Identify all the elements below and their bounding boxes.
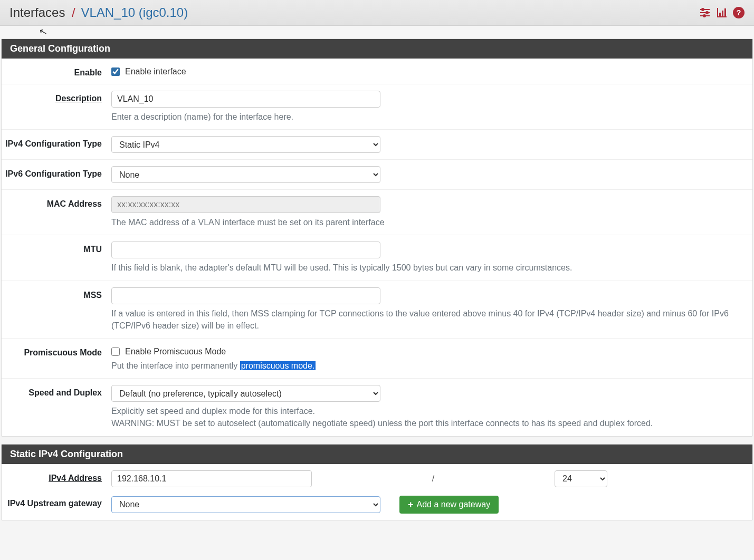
panel-static-ipv4: Static IPv4 Configuration IPv4 Address /… [1, 444, 753, 520]
speed-duplex-help2: WARNING: MUST be set to autoselect (auto… [111, 417, 743, 429]
row-ipv6-config-type: IPv6 Configuration Type None [2, 159, 752, 189]
svg-point-3 [706, 12, 708, 14]
panel-heading-general: General Configuration [2, 39, 752, 59]
row-speed-duplex: Speed and Duplex Default (no preference,… [2, 378, 752, 436]
bar-chart-icon[interactable] [716, 7, 728, 18]
row-ipv4-gateway: IPv4 Upstream gateway None + Add a new g… [2, 494, 752, 520]
description-input[interactable] [111, 91, 380, 108]
breadcrumb-separator: / [72, 5, 75, 20]
add-gateway-button[interactable]: + Add a new gateway [399, 496, 499, 514]
breadcrumb: Interfaces / VLAN_10 (igc0.10) [9, 5, 188, 20]
panel-general-configuration: General Configuration Enable Enable inte… [1, 38, 753, 437]
mouse-cursor-icon: ↖ [37, 25, 48, 38]
ipv4-gateway-select[interactable]: None [111, 496, 380, 513]
row-enable: Enable Enable interface [2, 59, 752, 84]
help-icon[interactable]: ? [733, 7, 745, 18]
label-enable: Enable [2, 65, 111, 78]
promiscuous-help: Put the interface into permanently promi… [111, 360, 743, 372]
mac-address-input [111, 196, 380, 213]
ipv4-mask-separator: / [312, 474, 555, 484]
label-mtu: MTU [2, 242, 111, 254]
svg-point-1 [702, 8, 704, 11]
speed-duplex-help1: Explicitly set speed and duplex mode for… [111, 405, 743, 417]
breadcrumb-leaf[interactable]: VLAN_10 (igc0.10) [81, 5, 188, 20]
row-ipv4-address: IPv4 Address / 24 [2, 464, 752, 494]
promiscuous-checkbox-label: Enable Promiscuous Mode [125, 347, 226, 356]
row-ipv4-config-type: IPv4 Configuration Type Static IPv4 [2, 129, 752, 159]
sliders-icon[interactable] [699, 7, 711, 18]
ipv6-config-type-select[interactable]: None [111, 166, 380, 183]
ipv4-address-input[interactable] [111, 470, 312, 487]
enable-interface-label: Enable interface [125, 67, 186, 76]
page-header: Interfaces / VLAN_10 (igc0.10) ? [0, 0, 754, 26]
breadcrumb-root[interactable]: Interfaces [9, 5, 65, 20]
promiscuous-checkbox[interactable] [111, 347, 120, 356]
row-mac-address: MAC Address The MAC address of a VLAN in… [2, 189, 752, 235]
enable-interface-checkbox-wrap[interactable]: Enable interface [111, 65, 743, 76]
promiscuous-mode-link[interactable]: promiscuous mode. [240, 361, 316, 370]
label-description: Description [55, 94, 102, 103]
svg-rect-10 [724, 8, 726, 16]
label-ipv4-address: IPv4 Address [49, 474, 102, 482]
ipv4-config-type-select[interactable]: Static IPv4 [111, 136, 380, 153]
mss-help: If a value is entered in this field, the… [111, 307, 743, 332]
description-help: Enter a description (name) for the inter… [111, 111, 743, 123]
label-mss: MSS [2, 287, 111, 300]
mtu-help: If this field is blank, the adapter's de… [111, 262, 743, 274]
label-ipv4-gateway: IPv4 Upstream gateway [2, 496, 111, 508]
label-ipv6-config-type: IPv6 Configuration Type [2, 166, 111, 179]
svg-point-5 [703, 15, 705, 17]
mss-input[interactable] [111, 287, 380, 304]
plus-icon: + [408, 500, 414, 509]
enable-interface-checkbox[interactable] [111, 67, 120, 76]
label-ipv4-config-type: IPv4 Configuration Type [2, 136, 111, 149]
ipv4-mask-select[interactable]: 24 [555, 470, 607, 487]
mtu-input[interactable] [111, 242, 380, 258]
label-mac-address: MAC Address [2, 196, 111, 209]
speed-duplex-select[interactable]: Default (no preference, typically autose… [111, 385, 380, 402]
mac-address-help: The MAC address of a VLAN interface must… [111, 216, 743, 228]
svg-rect-7 [717, 16, 727, 17]
row-promiscuous: Promiscuous Mode Enable Promiscuous Mode… [2, 338, 752, 378]
row-description: Description Enter a description (name) f… [2, 84, 752, 129]
panel-heading-static-ipv4: Static IPv4 Configuration [2, 445, 752, 464]
svg-rect-9 [722, 11, 723, 16]
promiscuous-checkbox-wrap[interactable]: Enable Promiscuous Mode [111, 345, 743, 356]
row-mtu: MTU If this field is blank, the adapter'… [2, 235, 752, 280]
add-gateway-label: Add a new gateway [417, 500, 491, 509]
svg-rect-6 [717, 8, 718, 17]
row-mss: MSS If a value is entered in this field,… [2, 281, 752, 338]
svg-rect-8 [719, 13, 721, 16]
label-promiscuous: Promiscuous Mode [2, 345, 111, 358]
label-speed-duplex: Speed and Duplex [2, 385, 111, 398]
